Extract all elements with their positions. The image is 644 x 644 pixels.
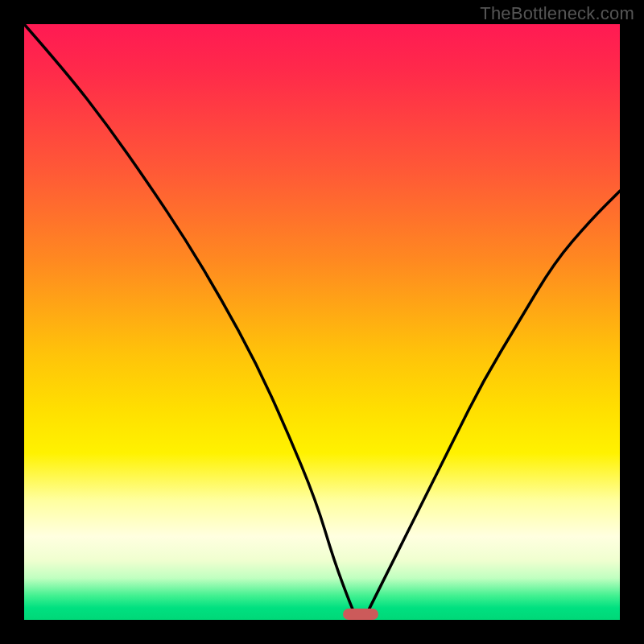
- bottleneck-curve: [24, 24, 620, 620]
- curve-path: [24, 24, 620, 620]
- watermark-text: TheBottleneck.com: [480, 3, 634, 24]
- plot-area: [24, 24, 620, 620]
- optimum-marker: [343, 609, 378, 620]
